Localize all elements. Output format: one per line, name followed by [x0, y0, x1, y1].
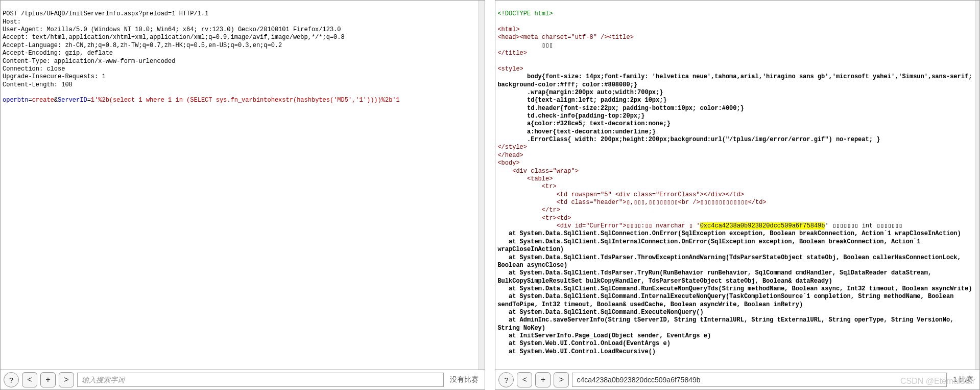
http-header-line: User-Agent: Mozilla/5.0 (Windows NT 10.0… — [3, 26, 341, 33]
request-body[interactable]: POST /tplus/UFAQD/InitServerInfo.aspx?pr… — [1, 1, 478, 370]
stack-line: at System.Data.SqlClient.SqlInternalConn… — [497, 238, 924, 253]
match-status: 没有比赛 — [447, 375, 482, 384]
http-header-line: Host: — [3, 18, 21, 26]
code-line: <tr><td> — [497, 215, 571, 222]
app-root: POST /tplus/UFAQD/InitServerInfo.aspx?pr… — [0, 0, 980, 390]
stack-line: at System.Web.UI.Control.OnLoad(EventArg… — [497, 340, 670, 347]
stack-line: at System.Data.SqlClient.SqlCommand.RunE… — [497, 285, 972, 292]
http-header-line: Upgrade-Insecure-Requests: 1 — [3, 73, 106, 80]
http-header-line: Content-Type: application/x-www-form-url… — [3, 58, 175, 65]
code-line: td{text-align:left; padding:2px 10px;} — [497, 97, 666, 104]
code-line: <style> — [497, 65, 523, 73]
http-header-line: Accept-Language: zh-CN,zh;q=0.8,zh-TW;q=… — [3, 42, 282, 49]
code-line: a{color:#328ce5; text-decoration:none;} — [497, 120, 670, 127]
stack-line: at System.Data.SqlClient.SqlCommand.Exec… — [497, 309, 703, 316]
code-line: <div id="CurError">▯▯▯▯:▯▯ nvarchar ▯ '0… — [497, 222, 902, 230]
add-button[interactable]: + — [535, 372, 551, 387]
code-line: .ErrorClass{ width: 200px;height:200px;b… — [497, 136, 880, 143]
response-body[interactable]: <!DOCTYPE html> <html> <head><meta chars… — [495, 1, 975, 370]
http-header-line: Connection: close — [3, 65, 65, 73]
code-line: td.check-info{padding-top:20px;} — [497, 112, 644, 120]
stack-line: at InitServerInfo.Page_Load(Object sende… — [497, 332, 711, 339]
request-footer: ? < + > 没有比赛 — [1, 370, 485, 389]
code-line: ▯▯▯ — [497, 42, 553, 49]
code-line: <body> — [497, 159, 519, 167]
help-button[interactable]: ? — [4, 372, 19, 387]
search-input[interactable] — [77, 373, 444, 387]
pane-divider[interactable] — [485, 0, 495, 390]
http-header-line: POST /tplus/UFAQD/InitServerInfo.aspx?pr… — [3, 10, 208, 17]
code-line: </head> — [497, 152, 523, 159]
code-line: <td class="header">▯,▯▯▯,▯▯▯▯▯▯▯▯<br />▯… — [497, 199, 766, 206]
stack-line: at System.Web.UI.Control.LoadRecursive() — [497, 348, 656, 355]
stack-line: at System.Data.SqlClient.SqlConnection.O… — [497, 230, 961, 237]
code-line: </style> — [497, 144, 527, 151]
http-header-line: Accept: text/html,application/xhtml+xml,… — [3, 34, 345, 41]
body-param: operbtn — [3, 97, 28, 104]
code-line: .wrap{margin:200px auto;width:700px;} — [497, 89, 663, 96]
code-line: <html> — [497, 26, 519, 33]
code-line: </title> — [497, 50, 527, 57]
search-input[interactable] — [572, 373, 947, 387]
stack-line: at System.Data.SqlClient.SqlCommand.Inte… — [497, 293, 957, 308]
prev-button[interactable]: < — [22, 372, 37, 387]
add-button[interactable]: + — [40, 372, 56, 387]
code-line: a:hover{text-decoration:underline;} — [497, 128, 656, 135]
http-header-line: Accept-Encoding: gzip, deflate — [3, 50, 113, 57]
body-value: create — [32, 97, 54, 104]
code-line: <div class="wrap"> — [497, 168, 578, 175]
next-button[interactable]: > — [59, 372, 74, 387]
request-pane: POST /tplus/UFAQD/InitServerInfo.aspx?pr… — [0, 0, 485, 390]
match-status: 1 比赛 — [950, 375, 976, 384]
highlighted-hash: 0xc4ca4238a0b923820dcc509a6f75849b — [700, 222, 825, 230]
code-line: td.header{font-size:22px; padding-bottom… — [497, 105, 744, 112]
code-line: <!DOCTYPE html> — [497, 10, 553, 17]
stack-line: at System.Data.SqlClient.TdsParser.TryRu… — [497, 269, 935, 284]
code-line: body{font-size: 14px;font-family: 'helve… — [497, 73, 975, 88]
code-line: <tr> — [497, 183, 556, 190]
body-param: ServerID — [58, 97, 87, 104]
response-footer: ? < + > 1 比赛 — [495, 370, 979, 389]
body-value: 1'%2b(select 1 where 1 in (SELECT sys.fn… — [91, 97, 400, 104]
help-button[interactable]: ? — [498, 372, 514, 387]
prev-button[interactable]: < — [517, 372, 532, 387]
next-button[interactable]: > — [554, 372, 569, 387]
stack-line: at AdminInc.saveServerInfo(String tServe… — [497, 316, 957, 331]
http-header-line: Content-Length: 108 — [3, 81, 73, 88]
code-line: <table> — [497, 175, 553, 182]
code-line: <head><meta charset="utf-8" /><title> — [497, 34, 633, 41]
response-pane: <!DOCTYPE html> <html> <head><meta chars… — [495, 0, 980, 390]
scrollbar[interactable] — [478, 1, 485, 370]
code-line: </tr> — [497, 207, 560, 214]
code-line: <td rowspan="5" <div class="ErrorClass">… — [497, 191, 744, 198]
scrollbar[interactable] — [975, 1, 979, 370]
stack-line: at System.Data.SqlClient.TdsParser.Throw… — [497, 254, 965, 269]
